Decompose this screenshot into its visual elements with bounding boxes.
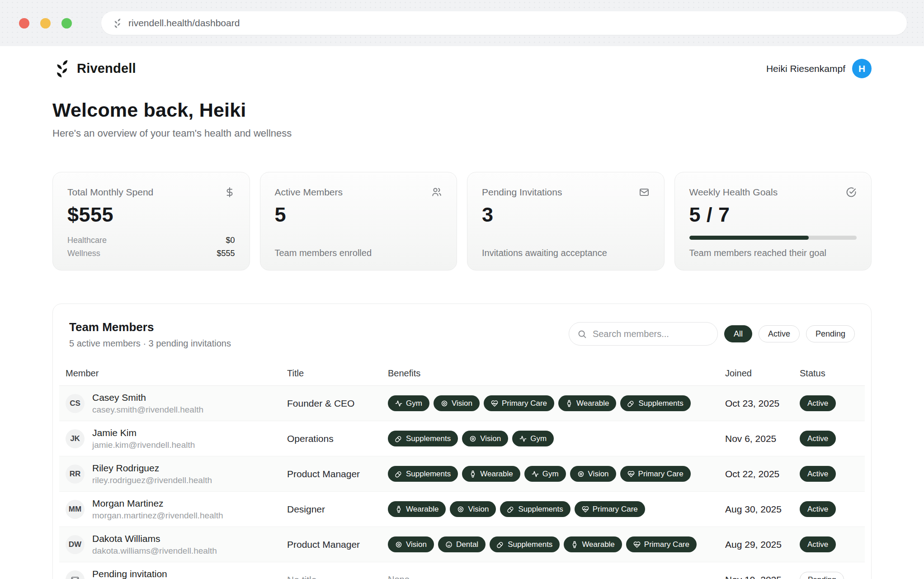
search-input[interactable] xyxy=(592,328,709,340)
filter-pending-button[interactable]: Pending xyxy=(806,325,855,342)
member-joined-date: Oct 23, 2025 xyxy=(725,398,800,409)
window-zoom-button[interactable] xyxy=(61,18,72,28)
watch-icon xyxy=(571,541,578,548)
stat-description: Invitations awaiting acceptance xyxy=(482,248,607,258)
stat-card-weekly-health-goals: Weekly Health Goals 5 / 7 Team members r… xyxy=(674,172,872,271)
member-joined-date: Nov 19, 2025 xyxy=(725,574,800,579)
avatar: DW xyxy=(66,535,85,554)
eye-icon xyxy=(441,400,448,407)
benefit-pill-supplements: Supplements xyxy=(500,501,570,517)
column-header-title: Title xyxy=(287,368,388,379)
table-row[interactable]: MMMorgan Martinezmorgan.martinez@rivende… xyxy=(59,492,865,527)
member-title: No title xyxy=(287,574,388,579)
avatar: CS xyxy=(66,394,85,413)
filter-active-button[interactable]: Active xyxy=(759,325,800,342)
benefit-pill-wearable: Wearable xyxy=(462,466,520,482)
address-bar[interactable]: rivendell.health/dashboard xyxy=(101,11,907,35)
heart-pulse-icon xyxy=(582,506,589,513)
stat-value: 5 xyxy=(275,203,443,227)
stat-value: $555 xyxy=(67,203,235,227)
member-title: Founder & CEO xyxy=(287,398,388,409)
activity-icon xyxy=(519,435,527,442)
stat-label: Active Members xyxy=(275,187,343,198)
page-title: Welcome back, Heiki xyxy=(52,99,872,121)
member-email: riley.rodriguez@rivendell.health xyxy=(92,475,212,485)
heart-pulse-icon xyxy=(633,541,641,548)
pill-icon xyxy=(627,400,635,407)
table-row[interactable]: DWDakota Williamsdakota.williams@rivende… xyxy=(59,527,865,562)
mail-icon xyxy=(71,575,80,579)
page-subtitle: Here's an overview of your team's health… xyxy=(52,128,872,139)
watch-icon xyxy=(566,400,573,407)
member-email: morgan.martinez@rivendell.health xyxy=(92,511,223,521)
mail-avatar xyxy=(66,570,85,579)
member-benefits: WearableVisionSupplementsPrimary Care xyxy=(388,501,725,517)
eye-icon xyxy=(395,541,402,548)
watch-icon xyxy=(469,470,476,478)
member-joined-date: Aug 29, 2025 xyxy=(725,539,800,550)
benefit-pill-wearable: Wearable xyxy=(564,536,622,552)
benefits-none: None xyxy=(388,574,410,579)
stats-row: Total Monthly Spend $555 Healthcare $0 W… xyxy=(52,172,872,271)
stat-card-active-members: Active Members 5 Team members enrolled xyxy=(260,172,457,271)
benefit-pill-primary-care: Primary Care xyxy=(484,395,554,411)
window-controls xyxy=(19,18,72,28)
member-benefits: SupplementsWearableGymVisionPrimary Care xyxy=(388,466,725,482)
url-text: rivendell.health/dashboard xyxy=(128,18,240,28)
benefit-pill-supplements: Supplements xyxy=(388,466,458,482)
users-icon xyxy=(431,187,442,198)
member-joined-date: Aug 30, 2025 xyxy=(725,504,800,515)
breakdown-label: Wellness xyxy=(67,249,100,258)
dollar-icon xyxy=(224,187,235,198)
user-menu: Heiki Riesenkampf H xyxy=(766,59,872,78)
member-name: Dakota Williams xyxy=(92,533,217,544)
user-name: Heiki Riesenkampf xyxy=(766,63,845,74)
activity-icon xyxy=(532,470,539,478)
browser-chrome: rivendell.health/dashboard xyxy=(0,0,924,46)
status-badge: Active xyxy=(800,501,836,517)
breakdown-label: Healthcare xyxy=(67,236,107,245)
benefit-pill-supplements: Supplements xyxy=(490,536,560,552)
team-section-title: Team Members xyxy=(69,320,231,334)
user-avatar[interactable]: H xyxy=(852,59,872,78)
benefit-pill-supplements: Supplements xyxy=(620,395,690,411)
window-close-button[interactable] xyxy=(19,18,29,28)
spend-breakdown-row: Healthcare $0 xyxy=(67,236,235,245)
table-row[interactable]: CSCasey Smithcasey.smith@rivendell.healt… xyxy=(59,386,865,421)
benefit-pill-primary-care: Primary Care xyxy=(575,501,645,517)
stat-label: Pending Invitations xyxy=(482,187,562,198)
status-badge: Active xyxy=(800,395,836,411)
table-row[interactable]: JKJamie Kimjamie.kim@rivendell.healthOpe… xyxy=(59,421,865,456)
member-benefits: None xyxy=(388,574,725,579)
member-name: Pending invitation xyxy=(92,569,189,579)
table-row[interactable]: RRRiley Rodriguezriley.rodriguez@rivende… xyxy=(59,456,865,492)
filter-all-button[interactable]: All xyxy=(724,325,752,342)
stat-card-pending-invitations: Pending Invitations 3 Invitations awaiti… xyxy=(467,172,665,271)
column-header-joined: Joined xyxy=(725,368,800,379)
member-title: Operations xyxy=(287,433,388,444)
status-badge: Active xyxy=(800,431,836,446)
table-row[interactable]: Pending invitationriley.kim@rivendell.he… xyxy=(59,562,865,579)
benefit-pill-gym: Gym xyxy=(512,431,554,446)
benefit-pill-dental: Dental xyxy=(438,536,486,552)
activity-icon xyxy=(395,400,402,407)
member-email: jamie.kim@rivendell.health xyxy=(92,440,195,450)
benefit-pill-primary-care: Primary Care xyxy=(620,466,691,482)
pill-icon xyxy=(395,470,402,478)
watch-icon xyxy=(395,506,402,513)
avatar: JK xyxy=(66,429,85,448)
member-joined-date: Oct 22, 2025 xyxy=(725,469,800,479)
benefit-pill-vision: Vision xyxy=(462,431,508,446)
brand: Rivendell xyxy=(52,59,136,78)
member-title: Product Manager xyxy=(287,469,388,479)
window-minimize-button[interactable] xyxy=(40,18,51,28)
site-favicon-leaf-icon xyxy=(112,18,123,28)
heart-pulse-icon xyxy=(627,470,635,478)
member-title: Product Manager xyxy=(287,539,388,550)
benefit-pill-wearable: Wearable xyxy=(388,501,446,517)
benefit-pill-gym: Gym xyxy=(524,466,566,482)
team-members-card: Team Members 5 active members · 3 pendin… xyxy=(52,304,872,579)
member-name: Riley Rodriguez xyxy=(92,463,212,474)
eye-icon xyxy=(457,506,464,513)
pill-icon xyxy=(497,541,504,548)
